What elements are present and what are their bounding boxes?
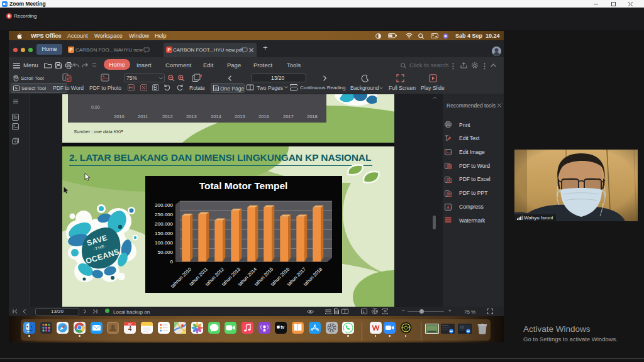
svg-text:50.000: 50.000	[157, 250, 173, 255]
svg-text:1: 1	[362, 310, 365, 314]
svg-text:4: 4	[128, 326, 132, 332]
svg-text:X: X	[448, 178, 451, 182]
svg-text:100.000: 100.000	[155, 240, 173, 246]
svg-text:W: W	[448, 165, 452, 168]
svg-text:200.000: 200.000	[155, 221, 173, 227]
svg-text:tv: tv	[281, 325, 285, 329]
svg-text:250.000: 250.000	[155, 212, 173, 217]
svg-text:0: 0	[170, 259, 173, 265]
svg-text:Total Motor Tempel: Total Motor Tempel	[199, 180, 287, 191]
svg-text:150.000: 150.000	[155, 231, 173, 236]
svg-text:300.000: 300.000	[155, 202, 173, 208]
svg-text:P: P	[448, 192, 451, 196]
